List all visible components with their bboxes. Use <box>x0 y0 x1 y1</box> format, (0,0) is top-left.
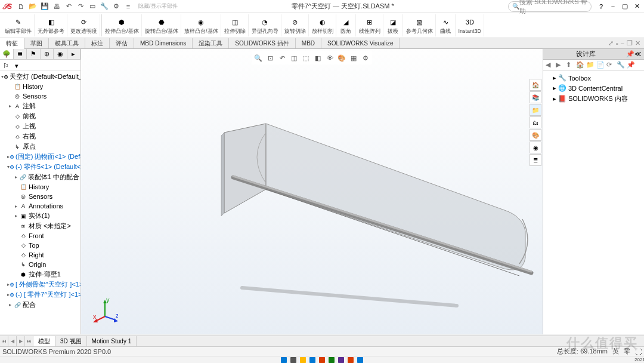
print-icon[interactable]: 🖶 <box>51 1 62 12</box>
feature-tree[interactable]: ▾⚙天空灯 (Default<Default_Display S 📋Histor… <box>0 70 80 334</box>
ribbon-曲线[interactable]: ∿曲线 <box>436 14 456 36</box>
design-lib-tree[interactable]: ▸🔧Toolbox▸🌐3D ContentCentral▸📕SOLIDWORKS… <box>543 70 644 106</box>
more-tab[interactable]: ▸ <box>67 49 81 59</box>
app2-icon[interactable] <box>329 357 335 363</box>
fm-tree-tab[interactable]: 🌳 <box>0 49 14 59</box>
tree-item[interactable]: ◇Top <box>1 241 79 250</box>
tree-item[interactable]: ▸⚙(固定) 抛物面<1> (Default< <box>1 152 79 162</box>
doc-restore-icon[interactable]: ❐ <box>627 39 633 47</box>
view-tab-Motion Study 1[interactable]: Motion Study 1 <box>87 336 137 346</box>
display-style-icon[interactable]: ◧ <box>312 53 323 63</box>
ribbon-异型孔向导[interactable]: ◔异型孔向导 <box>249 14 281 36</box>
tree-item[interactable]: ◎Sensors <box>1 192 79 201</box>
tree-item[interactable]: 📋History <box>1 182 79 192</box>
explorer-icon[interactable] <box>300 357 306 363</box>
section-icon[interactable]: ◫ <box>289 53 299 63</box>
tree-item[interactable]: ↳原点 <box>1 141 79 152</box>
help-icon[interactable]: ? <box>596 2 606 11</box>
tree-item[interactable]: ≋材质 <未指定> <box>1 221 79 231</box>
vt-prev-icon[interactable]: ◀ <box>8 336 17 346</box>
tab-SOLIDWORKS Visualize[interactable]: SOLIDWORKS Visualize <box>321 38 400 48</box>
home-icon[interactable]: 🏠 <box>530 79 541 91</box>
app4-icon[interactable] <box>348 357 354 363</box>
tree-item[interactable]: ▸AAnnotations <box>1 201 79 211</box>
vt-last-icon[interactable]: ⏭ <box>25 336 33 346</box>
tree-item[interactable]: ◇Front <box>1 231 79 241</box>
vt-first-icon[interactable]: ⏮ <box>0 336 8 346</box>
app3-icon[interactable] <box>338 357 344 363</box>
start-icon[interactable] <box>281 357 287 363</box>
prev-view-icon[interactable]: ↶ <box>277 53 287 63</box>
dl-item[interactable]: ▸📕SOLIDWORKS 内容 <box>546 93 642 104</box>
fwd-icon[interactable]: ▶ <box>556 61 564 69</box>
ribbon-线性阵列[interactable]: ⊞线性阵列 <box>357 14 383 36</box>
tab-草图[interactable]: 草图 <box>24 38 49 48</box>
config-mgr-tab[interactable]: ⚑ <box>27 49 41 59</box>
tab-MBD[interactable]: MBD <box>296 38 321 48</box>
ribbon-无外部参考[interactable]: ◧无外部参考 <box>35 14 67 36</box>
ribbon-旋转切除[interactable]: ⊘旋转切除 <box>282 14 309 36</box>
tree-item[interactable]: ◇前视 <box>1 111 79 121</box>
open-icon[interactable]: 📂 <box>27 1 38 12</box>
app1-icon[interactable] <box>319 357 325 363</box>
appearances-icon[interactable]: ◉ <box>530 141 541 153</box>
ribbon-旋转凸台/基体[interactable]: ⬣旋转凸台/基体 <box>143 14 182 36</box>
ribbon-拔模[interactable]: ◪拔模 <box>384 14 403 36</box>
undo-icon[interactable]: ↶ <box>63 1 74 12</box>
dl-item[interactable]: ▸🌐3D ContentCentral <box>546 83 642 93</box>
tree-item[interactable]: ◇Right <box>1 250 79 260</box>
tree-item[interactable]: ⬢拉伸-薄壁1 <box>1 269 79 279</box>
config-lib-icon[interactable]: 🔧 <box>617 61 625 69</box>
up-icon[interactable]: ⬆ <box>566 61 574 69</box>
tree-item[interactable]: ◇上视 <box>1 121 79 131</box>
pin2-icon[interactable]: 📌 <box>627 61 635 69</box>
save-icon[interactable]: 💾 <box>39 1 50 12</box>
file-explorer-icon[interactable]: 🗂 <box>530 116 541 128</box>
options-icon[interactable]: ⚙ <box>111 1 122 12</box>
view-tab-3D 视图[interactable]: 3D 视图 <box>55 336 87 346</box>
view-palette-icon[interactable]: 🎨 <box>530 129 541 141</box>
tree-item[interactable]: ▸⚙[ 外侧骨架^天空灯 ]<1> -> (Defa <box>1 279 79 290</box>
search-input[interactable]: 🔍 搜索 SOLIDWORKS 帮助 <box>508 1 592 12</box>
display-mgr-tab[interactable]: ◉ <box>54 49 67 59</box>
settings-icon[interactable]: ≡ <box>123 1 134 12</box>
resources-icon[interactable]: 📚 <box>530 91 541 103</box>
zoom-fit-icon[interactable]: 🔍 <box>253 53 264 63</box>
tab-MBD Dimensions[interactable]: MBD Dimensions <box>134 38 193 48</box>
rebuild-icon[interactable]: 🔧 <box>99 1 110 12</box>
design-lib-icon[interactable]: 📁 <box>530 104 541 116</box>
tab-评估[interactable]: 评估 <box>110 38 134 48</box>
doc-max-icon[interactable]: − <box>621 40 624 47</box>
graphics-viewport[interactable]: 🔍 ⊡ ↶ ◫ ⬚ ◧ 👁 🎨 ▦ ⚙ <box>81 49 543 334</box>
tree-item[interactable]: ▸⚙(-) [ 零件7^天空灯 ]<1> -> (Defa <box>1 290 79 300</box>
tree-item[interactable]: ▸A注解 <box>1 101 79 111</box>
add-folder-icon[interactable]: 📁 <box>586 61 595 69</box>
add-file-icon[interactable]: 📄 <box>596 61 605 69</box>
view-orient-icon[interactable]: ⬚ <box>301 53 311 63</box>
doc-close-icon[interactable]: ✕ <box>635 39 640 47</box>
redo-icon[interactable]: ↷ <box>75 1 86 12</box>
tab-特征[interactable]: 特征 <box>0 38 24 49</box>
view-settings-icon[interactable]: ⚙ <box>360 53 371 63</box>
dl-item[interactable]: ▸🔧Toolbox <box>546 73 642 83</box>
home-lib-icon[interactable]: 🏠 <box>576 61 584 69</box>
dimxpert-tab[interactable]: ⊕ <box>41 49 54 59</box>
app5-icon[interactable] <box>357 357 363 363</box>
tree-item[interactable]: 📋History <box>1 82 79 91</box>
ribbon-更改透明度[interactable]: ⟳更改透明度 <box>68 14 100 36</box>
view-tab-模型[interactable]: 模型 <box>33 336 55 346</box>
tree-item[interactable]: ◎Sensors <box>1 91 79 101</box>
hide-show-icon[interactable]: 👁 <box>324 53 335 63</box>
property-mgr-tab[interactable]: ≣ <box>14 49 27 59</box>
tab-渲染工具[interactable]: 渲染工具 <box>193 38 229 48</box>
tab-标注[interactable]: 标注 <box>85 38 110 48</box>
expand-icon[interactable]: ⤢ <box>608 39 614 47</box>
doc-min-icon[interactable]: ▫ <box>616 40 618 47</box>
tree-item[interactable]: ▾⚙(-) 零件5<1> (Default< <box>1 162 79 172</box>
scene-icon[interactable]: ▦ <box>348 53 359 63</box>
minimize-icon[interactable]: − <box>608 2 618 11</box>
zoom-area-icon[interactable]: ⊡ <box>265 53 275 63</box>
refresh-icon[interactable]: ⟳ <box>606 61 615 69</box>
tree-item[interactable]: ◇右视 <box>1 131 79 141</box>
appearance-icon[interactable]: 🎨 <box>336 53 347 63</box>
